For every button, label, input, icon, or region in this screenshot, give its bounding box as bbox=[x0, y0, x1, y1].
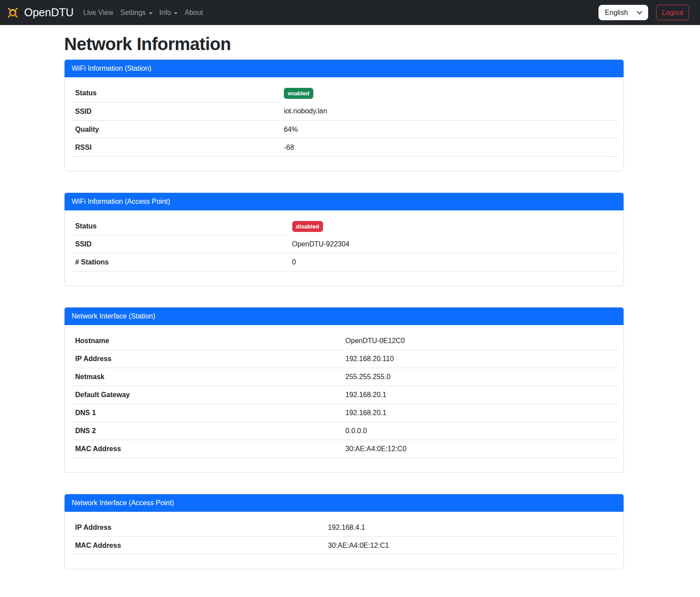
table-row: Quality 64% bbox=[72, 120, 617, 138]
nav-item-live-view[interactable]: Live View bbox=[80, 5, 117, 20]
row-label: IP Address bbox=[72, 350, 342, 368]
row-value: 255.255.255.0 bbox=[342, 368, 617, 386]
language-select-value: English bbox=[605, 9, 628, 17]
row-value: -68 bbox=[280, 138, 617, 156]
card-body: IP Address 192.168.4.1 MAC Address 30:AE… bbox=[65, 512, 624, 569]
table-row: RSSI -68 bbox=[72, 138, 617, 156]
navbar-brand[interactable]: OpenDTU bbox=[5, 5, 74, 20]
row-value: 192.168.20.110 bbox=[342, 350, 617, 368]
row-value: 30:AE:A4:0E:12:C1 bbox=[324, 537, 617, 555]
row-value: 0.0.0.0 bbox=[342, 422, 617, 440]
row-label: Hostname bbox=[72, 332, 342, 350]
table-row: Default Gateway 192.168.20.1 bbox=[72, 386, 617, 404]
card-network-interface-access-point: Network Interface (Access Point) IP Addr… bbox=[64, 494, 624, 569]
card-wifi-station: WiFi Information (Station) Status enable… bbox=[64, 59, 624, 171]
sun-icon bbox=[5, 5, 20, 20]
row-label: SSID bbox=[72, 235, 289, 253]
row-label: Quality bbox=[72, 120, 280, 138]
row-value: OpenDTU-922304 bbox=[289, 235, 617, 253]
table-row: SSID OpenDTU-922304 bbox=[72, 235, 617, 253]
row-label: Default Gateway bbox=[72, 386, 342, 404]
table-row: Status disabled bbox=[72, 217, 617, 235]
row-label: # Stations bbox=[72, 253, 289, 271]
status-badge: disabled bbox=[292, 221, 323, 232]
table-row: Status enabled bbox=[72, 84, 617, 102]
table-row: DNS 1 192.168.20.1 bbox=[72, 404, 617, 422]
table-row: IP Address 192.168.20.110 bbox=[72, 350, 617, 368]
table-row: Hostname OpenDTU-0E12C0 bbox=[72, 332, 617, 350]
navbar-right-group: English Logout bbox=[598, 5, 689, 20]
row-label: DNS 1 bbox=[72, 404, 342, 422]
nav-item-settings[interactable]: Settings bbox=[117, 5, 156, 20]
row-value: iot.nobody.lan bbox=[280, 102, 617, 120]
card-body: Hostname OpenDTU-0E12C0 IP Address 192.1… bbox=[65, 325, 624, 472]
brand-text: OpenDTU bbox=[24, 6, 74, 19]
info-table: IP Address 192.168.4.1 MAC Address 30:AE… bbox=[72, 519, 617, 555]
nav-item-info[interactable]: Info bbox=[156, 5, 181, 20]
nav-item-label: Info bbox=[160, 9, 171, 17]
table-row: MAC Address 30:AE:A4:0E:12:C1 bbox=[72, 537, 617, 555]
card-header: WiFi Information (Access Point) bbox=[65, 193, 624, 210]
nav-item-label: Live View bbox=[83, 9, 113, 17]
caret-down-icon bbox=[174, 12, 178, 14]
nav-links: Live View Settings Info About bbox=[80, 5, 207, 20]
row-label: RSSI bbox=[72, 138, 280, 156]
card-header: Network Interface (Station) bbox=[65, 308, 624, 325]
navbar: OpenDTU Live View Settings Info About En… bbox=[0, 0, 700, 25]
table-row: DNS 2 0.0.0.0 bbox=[72, 422, 617, 440]
card-network-interface-station: Network Interface (Station) Hostname Ope… bbox=[64, 307, 624, 473]
info-table: Hostname OpenDTU-0E12C0 IP Address 192.1… bbox=[72, 332, 617, 458]
row-label: Netmask bbox=[72, 368, 342, 386]
row-value: 192.168.4.1 bbox=[324, 519, 617, 537]
table-row: SSID iot.nobody.lan bbox=[72, 102, 617, 120]
row-value: enabled bbox=[280, 84, 617, 102]
row-label: Status bbox=[72, 217, 289, 235]
card-body: Status disabled SSID OpenDTU-922304 # St… bbox=[65, 210, 624, 286]
status-badge: enabled bbox=[284, 88, 313, 99]
row-label: Status bbox=[72, 84, 280, 102]
row-value: 192.168.20.1 bbox=[342, 386, 617, 404]
row-label: MAC Address bbox=[72, 440, 342, 458]
row-value: 192.168.20.1 bbox=[342, 404, 617, 422]
table-row: Netmask 255.255.255.0 bbox=[72, 368, 617, 386]
nav-item-label: About bbox=[185, 9, 203, 17]
table-row: # Stations 0 bbox=[72, 253, 617, 271]
page-title: Network Information bbox=[64, 34, 624, 54]
row-value: 30:AE:A4:0E:12:C0 bbox=[342, 440, 617, 458]
row-label: MAC Address bbox=[72, 537, 324, 555]
table-row: IP Address 192.168.4.1 bbox=[72, 519, 617, 537]
card-body: Status enabled SSID iot.nobody.lan Quali… bbox=[65, 77, 624, 171]
row-label: DNS 2 bbox=[72, 422, 342, 440]
language-select[interactable]: English bbox=[598, 5, 648, 20]
row-value: OpenDTU-0E12C0 bbox=[342, 332, 617, 350]
info-table: Status enabled SSID iot.nobody.lan Quali… bbox=[72, 84, 617, 157]
info-table: Status disabled SSID OpenDTU-922304 # St… bbox=[72, 217, 617, 272]
row-value: 64% bbox=[280, 120, 617, 138]
nav-item-about[interactable]: About bbox=[181, 5, 207, 20]
nav-item-label: Settings bbox=[120, 9, 146, 17]
caret-down-icon bbox=[149, 12, 152, 14]
row-label: SSID bbox=[72, 102, 280, 120]
main-content: Network Information WiFi Information (St… bbox=[64, 34, 624, 569]
chevron-down-icon bbox=[637, 9, 642, 14]
table-row: MAC Address 30:AE:A4:0E:12:C0 bbox=[72, 440, 617, 458]
card-header: WiFi Information (Station) bbox=[65, 60, 624, 77]
card-header: Network Interface (Access Point) bbox=[65, 494, 624, 512]
logout-button[interactable]: Logout bbox=[656, 5, 689, 20]
row-value: 0 bbox=[289, 253, 617, 271]
row-value: disabled bbox=[289, 217, 617, 235]
card-wifi-access-point: WiFi Information (Access Point) Status d… bbox=[64, 192, 624, 286]
row-label: IP Address bbox=[72, 519, 324, 537]
